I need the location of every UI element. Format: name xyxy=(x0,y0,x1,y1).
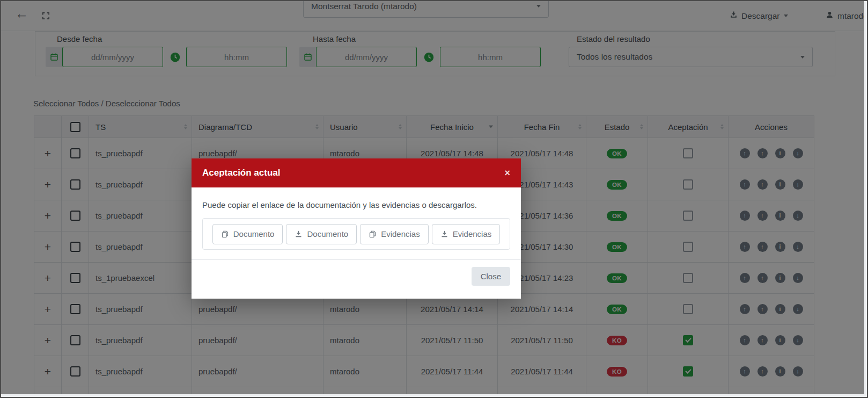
close-icon[interactable]: × xyxy=(504,168,510,178)
modal-header: Aceptación actual × xyxy=(192,158,521,187)
modal-body: Puede copiar el enlace de la documentaci… xyxy=(192,187,521,259)
copy-icon xyxy=(221,230,229,238)
vertical-scrollbar[interactable] xyxy=(864,1,867,397)
download-icon xyxy=(295,230,303,238)
horizontal-scrollbar[interactable] xyxy=(1,394,864,397)
modal-footer: Close xyxy=(192,259,521,299)
download-documento-button[interactable]: Documento xyxy=(286,224,357,244)
copy-documento-button[interactable]: Documento xyxy=(212,224,283,244)
copy-icon xyxy=(369,230,377,238)
aceptacion-modal: Aceptación actual × Puede copiar el enla… xyxy=(192,158,521,299)
download-icon xyxy=(440,230,448,238)
button-label: Documento xyxy=(307,229,348,238)
link-buttons-panel: DocumentoDocumentoEvidenciasEvidencias xyxy=(202,218,510,250)
modal-title: Aceptación actual xyxy=(202,168,281,178)
button-label: Evidencias xyxy=(381,229,420,238)
copy-evidencias-button[interactable]: Evidencias xyxy=(360,224,429,244)
download-evidencias-button[interactable]: Evidencias xyxy=(432,224,501,244)
app-window: ← Montserrat Tarodo (mtarodo) xyxy=(0,0,868,398)
button-label: Documento xyxy=(233,229,275,238)
close-button[interactable]: Close xyxy=(472,267,510,286)
button-label: Evidencias xyxy=(453,229,492,238)
modal-message: Puede copiar el enlace de la documentaci… xyxy=(202,200,510,209)
